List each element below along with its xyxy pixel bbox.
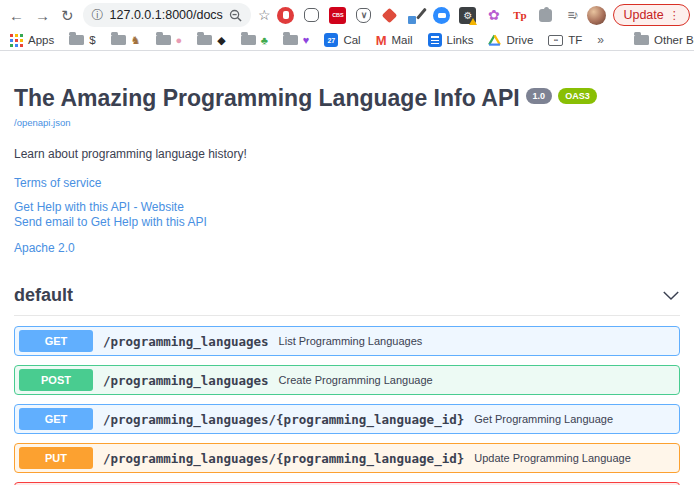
endpoint-row-get-language[interactable]: GET /programming_languages/{programming_… <box>14 404 680 434</box>
folder-icon <box>156 35 171 45</box>
address-bar[interactable]: ⓘ 127.0.0.1:8000/docs <box>83 3 251 27</box>
playlist-icon[interactable]: ≡♪ <box>563 7 580 24</box>
apps-grid-icon <box>10 34 23 47</box>
update-button[interactable]: Update ⋮ <box>613 4 689 26</box>
bookmark-folder-dollar[interactable]: $ <box>69 34 95 46</box>
diagrams-icon[interactable] <box>381 7 398 24</box>
terms-of-service-link[interactable]: Terms of service <box>14 176 101 190</box>
chevron-down-icon[interactable] <box>662 290 680 301</box>
license-link[interactable]: Apache 2.0 <box>14 241 75 255</box>
links-icon <box>428 33 442 47</box>
adblock-icon[interactable] <box>277 7 294 24</box>
graduation-cap-icon: ◆ <box>217 35 225 46</box>
bookmark-cal[interactable]: 27 Cal <box>324 33 360 47</box>
endpoint-summary: Create Programming Language <box>279 374 433 386</box>
bookmarks-overflow-icon[interactable]: » <box>597 33 604 47</box>
endpoint-summary: List Programming Languages <box>279 335 423 347</box>
other-bookmarks[interactable]: Other Bookmarks <box>634 34 694 46</box>
bookmark-folder-grad[interactable]: ◆ <box>197 35 225 46</box>
gear-alert-icon[interactable]: ⚙ <box>459 7 476 24</box>
flower-extension-icon[interactable]: ✿ <box>485 7 502 24</box>
version-badge: 1.0 <box>526 88 553 104</box>
endpoint-path: /programming_languages/{programming_lang… <box>103 412 464 427</box>
profile-avatar[interactable] <box>587 6 606 25</box>
purple-heart-icon: ♥ <box>303 35 310 46</box>
tag-section-default[interactable]: default <box>14 285 680 316</box>
bookmark-apps[interactable]: Apps <box>10 34 54 47</box>
endpoint-path: /programming_languages <box>103 373 269 388</box>
pocket-icon[interactable]: ∨ <box>355 7 372 24</box>
tag-name: default <box>14 285 73 306</box>
method-badge-post: POST <box>19 369 93 391</box>
zoom-app-icon[interactable] <box>433 7 450 24</box>
color-picker-icon[interactable] <box>407 7 424 24</box>
endpoint-summary: Update Programming Language <box>474 452 631 464</box>
folder-icon <box>197 35 212 45</box>
calendar-icon: 27 <box>324 33 338 47</box>
folder-icon <box>634 35 649 45</box>
browser-toolbar: ← → ↻ ⓘ 127.0.0.1:8000/docs ☆ CBS ∨ ⚙ ✿ … <box>0 0 694 30</box>
api-description: Learn about programming language history… <box>14 147 680 161</box>
zoom-out-icon[interactable] <box>229 9 242 22</box>
endpoint-summary: Get Programming Language <box>474 413 613 425</box>
bookmark-folder-heart[interactable]: ♥ <box>283 35 310 46</box>
folder-icon <box>69 35 84 45</box>
bookmarks-bar: Apps $ ♞ ● ◆ ♣ ♥ 27 Cal M Mail Links <box>0 30 694 51</box>
api-info-block: The Amazing Programming Language Info AP… <box>14 85 680 256</box>
contact-email-link[interactable]: Send email to Get Help with this API <box>14 215 207 229</box>
chat-extension-icon[interactable] <box>303 7 320 24</box>
brain-emoji-icon: ● <box>176 35 183 46</box>
endpoint-row-create-language[interactable]: POST /programming_languages Create Progr… <box>14 365 680 395</box>
method-badge-put: PUT <box>19 447 93 469</box>
cbs-extension-icon[interactable]: CBS <box>329 7 346 24</box>
bookmark-folder-leaf[interactable]: ♣ <box>241 35 268 46</box>
extensions-row: CBS ∨ ⚙ ✿ Tp ≡♪ <box>277 7 580 24</box>
forward-icon[interactable]: → <box>33 7 52 24</box>
bookmark-folder-horse[interactable]: ♞ <box>111 35 141 46</box>
leaf-emoji-icon: ♣ <box>261 35 268 46</box>
folder-icon <box>283 35 298 45</box>
page-title: The Amazing Programming Language Info AP… <box>14 85 680 112</box>
endpoint-row-update-language[interactable]: PUT /programming_languages/{programming_… <box>14 443 680 473</box>
site-info-icon[interactable]: ⓘ <box>92 7 104 24</box>
reload-icon[interactable]: ↻ <box>59 7 76 24</box>
tp-extension-icon[interactable]: Tp <box>511 7 528 24</box>
openapi-spec-link[interactable]: /openapi.json <box>14 117 71 128</box>
url-text[interactable]: 127.0.0.1:8000/docs <box>110 8 223 22</box>
endpoint-path: /programming_languages <box>103 334 269 349</box>
contact-website-link[interactable]: Get Help with this API - Website <box>14 200 184 214</box>
bookmark-folder-brain[interactable]: ● <box>156 35 183 46</box>
folder-icon <box>111 35 126 45</box>
endpoint-path: /programming_languages/{programming_lang… <box>103 451 464 466</box>
folder-icon <box>241 35 256 45</box>
tf-icon: ▪▪ <box>548 35 563 46</box>
swagger-page: The Amazing Programming Language Info AP… <box>0 85 694 485</box>
browser-menu-icon[interactable]: ⋮ <box>669 9 680 22</box>
api-links: Terms of service Get Help with this API … <box>14 173 680 256</box>
drive-icon <box>488 34 501 46</box>
bookmark-mail[interactable]: M Mail <box>376 33 413 48</box>
bookmark-links[interactable]: Links <box>428 33 474 47</box>
bookmark-star-icon[interactable]: ☆ <box>258 7 271 23</box>
method-badge-get: GET <box>19 330 93 352</box>
gmail-icon: M <box>376 33 387 48</box>
bookmark-tf[interactable]: ▪▪ TF <box>548 34 582 46</box>
horse-emoji-icon: ♞ <box>131 35 141 46</box>
method-badge-get: GET <box>19 408 93 430</box>
back-icon[interactable]: ← <box>7 7 26 24</box>
update-label: Update <box>623 8 663 22</box>
api-title-text: The Amazing Programming Language Info AP… <box>14 85 520 112</box>
endpoint-row-list-languages[interactable]: GET /programming_languages List Programm… <box>14 326 680 356</box>
oas3-badge: OAS3 <box>558 88 597 104</box>
puzzle-extensions-icon[interactable] <box>537 7 554 24</box>
bookmark-drive[interactable]: Drive <box>488 34 533 46</box>
